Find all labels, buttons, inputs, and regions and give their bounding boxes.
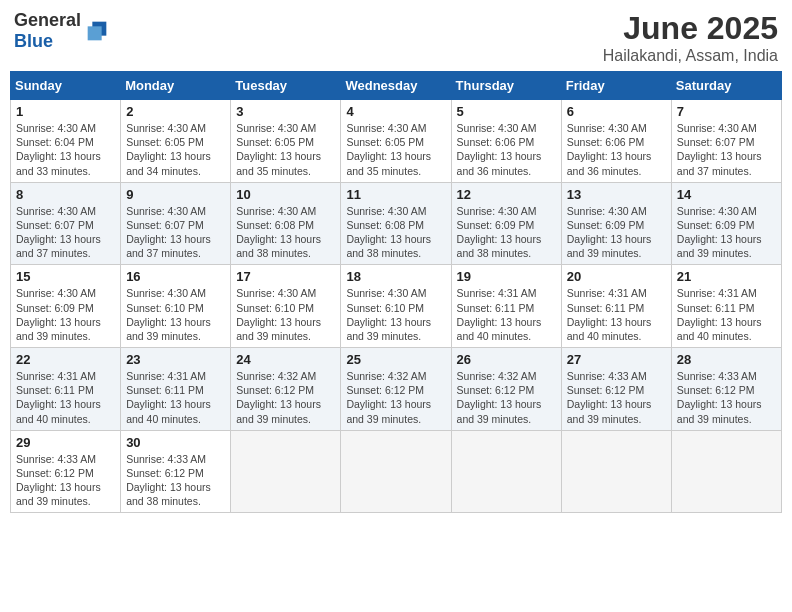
day-number: 19	[457, 269, 556, 284]
weekday-header-friday: Friday	[561, 72, 671, 100]
day-info: Sunrise: 4:32 AMSunset: 6:12 PMDaylight:…	[457, 369, 556, 426]
day-info: Sunrise: 4:30 AMSunset: 6:05 PMDaylight:…	[236, 121, 335, 178]
day-info: Sunrise: 4:30 AMSunset: 6:09 PMDaylight:…	[567, 204, 666, 261]
weekday-header-wednesday: Wednesday	[341, 72, 451, 100]
calendar-cell: 17Sunrise: 4:30 AMSunset: 6:10 PMDayligh…	[231, 265, 341, 348]
calendar-cell: 10Sunrise: 4:30 AMSunset: 6:08 PMDayligh…	[231, 182, 341, 265]
title-area: June 2025 Hailakandi, Assam, India	[603, 10, 778, 65]
day-number: 30	[126, 435, 225, 450]
weekday-header-monday: Monday	[121, 72, 231, 100]
day-number: 5	[457, 104, 556, 119]
day-number: 3	[236, 104, 335, 119]
day-info: Sunrise: 4:31 AMSunset: 6:11 PMDaylight:…	[16, 369, 115, 426]
calendar-week-5: 29Sunrise: 4:33 AMSunset: 6:12 PMDayligh…	[11, 430, 782, 513]
day-number: 26	[457, 352, 556, 367]
logo: General Blue	[14, 10, 111, 52]
day-info: Sunrise: 4:30 AMSunset: 6:10 PMDaylight:…	[236, 286, 335, 343]
calendar-cell: 7Sunrise: 4:30 AMSunset: 6:07 PMDaylight…	[671, 100, 781, 183]
logo-blue: Blue	[14, 31, 53, 51]
day-number: 14	[677, 187, 776, 202]
day-info: Sunrise: 4:32 AMSunset: 6:12 PMDaylight:…	[346, 369, 445, 426]
day-number: 22	[16, 352, 115, 367]
day-info: Sunrise: 4:30 AMSunset: 6:09 PMDaylight:…	[677, 204, 776, 261]
calendar-cell: 16Sunrise: 4:30 AMSunset: 6:10 PMDayligh…	[121, 265, 231, 348]
calendar-cell: 13Sunrise: 4:30 AMSunset: 6:09 PMDayligh…	[561, 182, 671, 265]
calendar-cell: 6Sunrise: 4:30 AMSunset: 6:06 PMDaylight…	[561, 100, 671, 183]
day-number: 4	[346, 104, 445, 119]
svg-marker-1	[88, 26, 102, 40]
calendar-table: SundayMondayTuesdayWednesdayThursdayFrid…	[10, 71, 782, 513]
day-number: 23	[126, 352, 225, 367]
day-number: 6	[567, 104, 666, 119]
calendar-week-1: 1Sunrise: 4:30 AMSunset: 6:04 PMDaylight…	[11, 100, 782, 183]
day-info: Sunrise: 4:30 AMSunset: 6:07 PMDaylight:…	[126, 204, 225, 261]
weekday-header-tuesday: Tuesday	[231, 72, 341, 100]
day-number: 1	[16, 104, 115, 119]
day-info: Sunrise: 4:30 AMSunset: 6:06 PMDaylight:…	[567, 121, 666, 178]
day-info: Sunrise: 4:30 AMSunset: 6:08 PMDaylight:…	[346, 204, 445, 261]
day-number: 15	[16, 269, 115, 284]
calendar-cell: 9Sunrise: 4:30 AMSunset: 6:07 PMDaylight…	[121, 182, 231, 265]
day-info: Sunrise: 4:30 AMSunset: 6:05 PMDaylight:…	[126, 121, 225, 178]
day-info: Sunrise: 4:31 AMSunset: 6:11 PMDaylight:…	[457, 286, 556, 343]
calendar-week-4: 22Sunrise: 4:31 AMSunset: 6:11 PMDayligh…	[11, 348, 782, 431]
day-info: Sunrise: 4:30 AMSunset: 6:07 PMDaylight:…	[677, 121, 776, 178]
calendar-cell: 18Sunrise: 4:30 AMSunset: 6:10 PMDayligh…	[341, 265, 451, 348]
page-header: General Blue June 2025 Hailakandi, Assam…	[10, 10, 782, 65]
calendar-cell: 28Sunrise: 4:33 AMSunset: 6:12 PMDayligh…	[671, 348, 781, 431]
calendar-cell: 2Sunrise: 4:30 AMSunset: 6:05 PMDaylight…	[121, 100, 231, 183]
weekday-header-sunday: Sunday	[11, 72, 121, 100]
calendar-cell: 15Sunrise: 4:30 AMSunset: 6:09 PMDayligh…	[11, 265, 121, 348]
day-info: Sunrise: 4:31 AMSunset: 6:11 PMDaylight:…	[126, 369, 225, 426]
day-info: Sunrise: 4:31 AMSunset: 6:11 PMDaylight:…	[567, 286, 666, 343]
calendar-cell: 1Sunrise: 4:30 AMSunset: 6:04 PMDaylight…	[11, 100, 121, 183]
calendar-cell	[341, 430, 451, 513]
calendar-cell: 29Sunrise: 4:33 AMSunset: 6:12 PMDayligh…	[11, 430, 121, 513]
location-title: Hailakandi, Assam, India	[603, 47, 778, 65]
calendar-week-3: 15Sunrise: 4:30 AMSunset: 6:09 PMDayligh…	[11, 265, 782, 348]
calendar-cell	[561, 430, 671, 513]
day-number: 8	[16, 187, 115, 202]
day-number: 10	[236, 187, 335, 202]
day-info: Sunrise: 4:30 AMSunset: 6:08 PMDaylight:…	[236, 204, 335, 261]
calendar-cell	[451, 430, 561, 513]
calendar-cell: 11Sunrise: 4:30 AMSunset: 6:08 PMDayligh…	[341, 182, 451, 265]
day-number: 2	[126, 104, 225, 119]
logo-icon	[83, 17, 111, 45]
day-info: Sunrise: 4:32 AMSunset: 6:12 PMDaylight:…	[236, 369, 335, 426]
day-number: 27	[567, 352, 666, 367]
calendar-cell: 19Sunrise: 4:31 AMSunset: 6:11 PMDayligh…	[451, 265, 561, 348]
day-info: Sunrise: 4:30 AMSunset: 6:06 PMDaylight:…	[457, 121, 556, 178]
logo-general: General	[14, 10, 81, 30]
calendar-cell: 25Sunrise: 4:32 AMSunset: 6:12 PMDayligh…	[341, 348, 451, 431]
day-number: 13	[567, 187, 666, 202]
day-info: Sunrise: 4:33 AMSunset: 6:12 PMDaylight:…	[567, 369, 666, 426]
day-info: Sunrise: 4:33 AMSunset: 6:12 PMDaylight:…	[126, 452, 225, 509]
day-info: Sunrise: 4:30 AMSunset: 6:10 PMDaylight:…	[346, 286, 445, 343]
calendar-cell: 23Sunrise: 4:31 AMSunset: 6:11 PMDayligh…	[121, 348, 231, 431]
day-info: Sunrise: 4:30 AMSunset: 6:05 PMDaylight:…	[346, 121, 445, 178]
day-number: 11	[346, 187, 445, 202]
day-number: 25	[346, 352, 445, 367]
weekday-header-thursday: Thursday	[451, 72, 561, 100]
day-number: 21	[677, 269, 776, 284]
calendar-cell: 21Sunrise: 4:31 AMSunset: 6:11 PMDayligh…	[671, 265, 781, 348]
calendar-cell: 27Sunrise: 4:33 AMSunset: 6:12 PMDayligh…	[561, 348, 671, 431]
day-number: 28	[677, 352, 776, 367]
day-number: 9	[126, 187, 225, 202]
day-number: 24	[236, 352, 335, 367]
calendar-cell: 14Sunrise: 4:30 AMSunset: 6:09 PMDayligh…	[671, 182, 781, 265]
calendar-cell: 8Sunrise: 4:30 AMSunset: 6:07 PMDaylight…	[11, 182, 121, 265]
calendar-cell: 30Sunrise: 4:33 AMSunset: 6:12 PMDayligh…	[121, 430, 231, 513]
calendar-cell: 4Sunrise: 4:30 AMSunset: 6:05 PMDaylight…	[341, 100, 451, 183]
calendar-cell: 22Sunrise: 4:31 AMSunset: 6:11 PMDayligh…	[11, 348, 121, 431]
day-number: 12	[457, 187, 556, 202]
day-info: Sunrise: 4:33 AMSunset: 6:12 PMDaylight:…	[677, 369, 776, 426]
calendar-cell	[671, 430, 781, 513]
calendar-cell: 3Sunrise: 4:30 AMSunset: 6:05 PMDaylight…	[231, 100, 341, 183]
day-number: 20	[567, 269, 666, 284]
day-info: Sunrise: 4:30 AMSunset: 6:09 PMDaylight:…	[457, 204, 556, 261]
calendar-week-2: 8Sunrise: 4:30 AMSunset: 6:07 PMDaylight…	[11, 182, 782, 265]
day-number: 17	[236, 269, 335, 284]
calendar-cell: 24Sunrise: 4:32 AMSunset: 6:12 PMDayligh…	[231, 348, 341, 431]
